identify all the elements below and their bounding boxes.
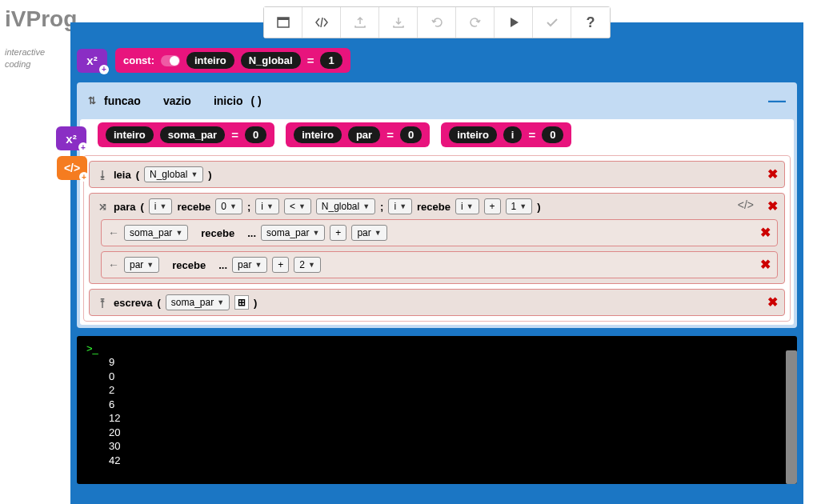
leia-var-dropdown[interactable]: N_global▼ [144, 166, 203, 182]
window-button[interactable] [264, 7, 302, 38]
toolbar: ? [263, 6, 611, 38]
delete-button[interactable]: ✖ [767, 294, 778, 310]
cond-rhs-dropdown[interactable]: N_global▼ [316, 198, 375, 214]
recebe-label: recebe [177, 201, 210, 213]
expr-op-dropdown[interactable]: + [330, 225, 346, 241]
app-logo: iVProg [5, 6, 66, 32]
add-global-button[interactable]: x²+ [77, 49, 107, 73]
var-type[interactable]: inteiro [294, 126, 342, 143]
recebe-label: recebe [417, 201, 451, 213]
var-type[interactable]: inteiro [449, 126, 497, 143]
upload-button[interactable] [341, 7, 379, 38]
download-button[interactable] [379, 7, 418, 38]
code-button[interactable] [302, 7, 341, 38]
para-body: ← soma_par▼ recebe ... soma_par▼ + par▼ … [101, 219, 778, 278]
play-button[interactable] [495, 7, 533, 38]
console[interactable]: >_ 902612203042 [77, 336, 797, 484]
escreva-kw: escreva [114, 297, 152, 309]
var-value[interactable]: 0 [400, 126, 422, 143]
var-type[interactable]: inteiro [106, 126, 154, 143]
global-var-decl[interactable]: const: inteiro N_global = 1 [115, 48, 350, 73]
help-button[interactable]: ? [571, 7, 610, 38]
init-value-dropdown[interactable]: 0▼ [215, 198, 242, 214]
local-var-decl[interactable]: inteiro i = 0 [441, 122, 571, 147]
local-var-decl[interactable]: inteiro par = 0 [286, 122, 430, 147]
console-line: 0 [86, 370, 787, 384]
return-type[interactable]: vazio [163, 94, 191, 107]
dots-label[interactable]: ... [247, 227, 256, 239]
inc-var-dropdown[interactable]: i▼ [388, 198, 412, 214]
expr-a-dropdown[interactable]: par▼ [232, 257, 267, 273]
delete-button[interactable]: ✖ [760, 225, 771, 240]
inc-val-dropdown[interactable]: 1▼ [506, 198, 533, 214]
recebe-label: recebe [172, 259, 206, 271]
main: ? x²+ const: inteiro N_global = 1 ⇅ func… [70, 0, 803, 504]
console-line: 42 [86, 454, 787, 468]
escreva-var-dropdown[interactable]: soma_par▼ [166, 294, 230, 310]
var-value[interactable]: 0 [542, 126, 563, 143]
add-command-button[interactable]: </>+ [57, 156, 87, 180]
arrow-left-icon: ← [108, 226, 119, 239]
expr-op-dropdown[interactable]: + [272, 257, 289, 273]
redo-button[interactable] [456, 7, 495, 38]
escreva-command[interactable]: ⭱ escreva ( soma_par▼ ⊞ ) ✖ [89, 289, 785, 316]
inc-lhs-dropdown[interactable]: i▼ [455, 198, 479, 214]
equals: = [307, 54, 314, 67]
plus-icon: + [99, 65, 109, 74]
sort-handle-icon[interactable]: ⇅ [88, 95, 96, 106]
check-button[interactable] [533, 7, 571, 38]
var-value[interactable]: 0 [245, 126, 266, 143]
init-var-dropdown[interactable]: i▼ [149, 198, 173, 214]
funcao-kw: funcao [104, 94, 141, 107]
minimize-button[interactable]: — [768, 90, 786, 111]
global-type[interactable]: inteiro [186, 52, 234, 69]
cond-op-dropdown[interactable]: <▼ [284, 198, 311, 214]
local-var-decl[interactable]: inteiro soma_par = 0 [98, 122, 274, 147]
add-expr-button[interactable]: ⊞ [234, 295, 249, 310]
const-toggle[interactable] [161, 55, 180, 66]
func-name[interactable]: inicio [214, 94, 243, 107]
assign-command[interactable]: ← soma_par▼ recebe ... soma_par▼ + par▼ … [101, 219, 778, 246]
undo-button[interactable] [418, 7, 456, 38]
dots-label[interactable]: ... [218, 259, 227, 271]
delete-button[interactable]: ✖ [767, 198, 778, 214]
para-command[interactable]: ⤮ para ( i▼ recebe 0▼ ; i▼ <▼ N_global▼ … [89, 193, 785, 284]
expr-a-dropdown[interactable]: soma_par▼ [261, 225, 325, 241]
plus-icon: + [78, 142, 88, 152]
console-line: 20 [86, 426, 787, 440]
const-label: const: [123, 54, 154, 66]
expr-b-dropdown[interactable]: 2▼ [294, 257, 321, 273]
console-line: 12 [86, 411, 787, 426]
svg-rect-1 [278, 18, 289, 20]
editor: x²+ const: inteiro N_global = 1 ⇅ funcao… [70, 22, 803, 504]
global-value[interactable]: 1 [320, 52, 342, 69]
scrollbar[interactable] [786, 350, 797, 484]
leia-kw: leia [114, 169, 131, 181]
recebe-label: recebe [201, 227, 234, 239]
var-name[interactable]: par [348, 126, 380, 143]
var-name[interactable]: i [503, 126, 523, 143]
lhs-dropdown[interactable]: soma_par▼ [124, 225, 188, 241]
console-line: 2 [86, 383, 787, 398]
globals-row: x²+ const: inteiro N_global = 1 [77, 48, 797, 73]
toggle-view-icon[interactable]: </> [738, 198, 754, 211]
assign-command[interactable]: ← par▼ recebe ... par▼ + 2▼ ✖ [101, 251, 778, 278]
delete-button[interactable]: ✖ [760, 257, 771, 272]
expr-b-dropdown[interactable]: par▼ [351, 225, 386, 241]
console-line: 9 [86, 355, 787, 370]
inc-op-dropdown[interactable]: + [484, 198, 501, 214]
leia-command[interactable]: ⭳ leia ( N_global▼ ) ✖ [89, 161, 785, 188]
commands-area: </>+ ⭳ leia ( N_global▼ ) ✖ [83, 155, 791, 322]
tagline: interactive coding [5, 46, 66, 71]
local-vars-row: x²+ inteiro soma_par = 0 inteiro par = [83, 122, 791, 147]
cond-var-dropdown[interactable]: i▼ [255, 198, 279, 214]
console-line: 6 [86, 398, 787, 412]
plus-icon: + [79, 172, 89, 182]
lhs-dropdown[interactable]: par▼ [124, 257, 159, 273]
sidebar: iVProg interactive coding [0, 0, 70, 78]
function-header[interactable]: ⇅ funcao vazio inicio ( ) — [77, 82, 797, 119]
delete-button[interactable]: ✖ [767, 166, 778, 182]
global-name[interactable]: N_global [241, 52, 301, 69]
var-name[interactable]: soma_par [160, 126, 225, 143]
add-local-button[interactable]: x²+ [56, 126, 86, 150]
